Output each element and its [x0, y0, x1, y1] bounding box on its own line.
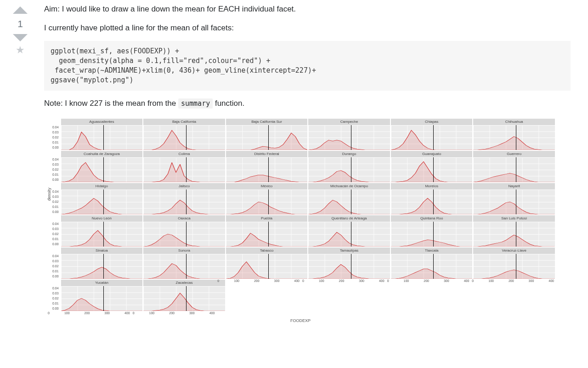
facet-title: Quintana Roo — [391, 215, 473, 222]
facet-panel: Quintana Roo — [391, 215, 473, 247]
facet-panel: Zacatecas — [143, 280, 225, 311]
mean-vline — [268, 157, 269, 182]
facet-title: Tlaxcala — [391, 247, 473, 254]
facet-panel: Nayarit — [473, 183, 555, 214]
x-ticks: 0100200300400 — [47, 311, 131, 315]
y-ticks: 0.040.030.020.010.00 — [52, 247, 60, 279]
summary-code-inline: summary — [178, 98, 213, 109]
facet-panel: Hidalgo — [61, 183, 143, 214]
x-ticks: 0100200300400 — [216, 279, 300, 282]
mean-vline — [103, 222, 104, 247]
facet-panel: Colima — [143, 151, 225, 182]
mean-vline — [351, 125, 351, 150]
facet-title: Querétaro de Arteaga — [308, 215, 390, 222]
facet-panel: Oaxaca — [143, 215, 225, 247]
facet-panel: México — [226, 183, 308, 214]
mean-vline — [433, 190, 434, 214]
facet-title: Campeche — [308, 119, 390, 125]
downvote-button[interactable] — [13, 34, 28, 41]
facet-title: Morelos — [391, 183, 473, 190]
y-ticks: 0.040.030.020.010.00 — [52, 119, 60, 150]
facet-title: Guanajuato — [391, 151, 473, 157]
facet-title: Guerrero — [473, 151, 555, 157]
y-ticks: 0.040.030.020.010.00 — [52, 215, 60, 247]
facet-title: Sonora — [143, 247, 225, 254]
facet-title: Durango — [308, 151, 390, 157]
facet-title: Chiapas — [391, 119, 473, 125]
facet-title: San Luis Potosí — [473, 215, 555, 222]
facet-panel: Baja California — [143, 119, 225, 150]
facet-title: Nayarit — [473, 183, 555, 190]
mean-vline — [516, 190, 516, 214]
facet-panel: Coahuila de Zaragoza — [61, 151, 143, 182]
mean-vline — [186, 254, 187, 279]
facet-panel: Querétaro de Arteaga — [308, 215, 390, 247]
mean-vline — [103, 286, 104, 311]
y-axis-label: density — [46, 187, 52, 202]
facet-panel: Campeche — [308, 119, 390, 150]
facet-title: Hidalgo — [61, 183, 143, 190]
facet-title: Tabasco — [226, 247, 308, 254]
facet-title: Coahuila de Zaragoza — [61, 151, 143, 157]
x-ticks: 0100200300400 — [301, 279, 385, 282]
mean-vline — [268, 190, 269, 214]
mean-vline — [433, 125, 434, 150]
mean-vline — [433, 222, 434, 247]
facet-panel: Chiapas — [391, 119, 473, 150]
facet-title: Puebla — [226, 215, 308, 222]
facet-panel: Guerrero — [473, 151, 555, 182]
facet-panel: Sinaloa — [61, 247, 143, 279]
facet-title: Chihuahua — [473, 119, 555, 125]
facet-panel: Michoacán de Ocampo — [308, 183, 390, 214]
mean-vline — [433, 254, 434, 279]
facet-panel: Guanajuato — [391, 151, 473, 182]
facet-panel: Morelos — [391, 183, 473, 214]
facet-panel: Yucatán — [61, 280, 143, 311]
facet-title: Veracruz-Llave — [473, 247, 555, 254]
facet-title: Aguascalientes — [61, 119, 143, 125]
mean-vline — [103, 157, 104, 182]
facet-title: Sinaloa — [61, 247, 143, 254]
facet-panel: San Luis Potosí — [473, 215, 555, 247]
mean-vline — [186, 286, 187, 311]
facet-plot-image: density 0.040.030.020.010.00Aguascalient… — [44, 117, 559, 325]
y-ticks: 0.040.030.020.010.00 — [52, 151, 60, 182]
note-prefix: Note: I know 227 is the mean from the — [44, 99, 178, 108]
mean-vline — [103, 125, 104, 150]
facet-title: Baja California — [143, 119, 225, 125]
mean-vline — [433, 157, 434, 182]
code-block[interactable]: ggplot(mexi_sf, aes(FOODEXP)) + geom_den… — [44, 41, 571, 91]
mean-vline — [351, 157, 351, 182]
facet-title: Baja California Sur — [226, 119, 308, 125]
facet-title: Oaxaca — [143, 215, 225, 222]
facet-title: Zacatecas — [143, 280, 225, 286]
mean-vline — [516, 125, 516, 150]
vote-column: 1 ★ — [7, 4, 33, 325]
post-layout: 1 ★ Aim: I would like to draw a line dow… — [0, 0, 588, 325]
mean-vline — [268, 222, 269, 247]
facet-title: Tamaulipas — [308, 247, 390, 254]
facet-title: Jalisco — [143, 183, 225, 190]
y-ticks: 0.040.030.020.010.00 — [52, 280, 60, 311]
note-text: Note: I know 227 is the mean from the su… — [44, 98, 571, 109]
facet-panel: Aguascalientes — [61, 119, 143, 150]
upvote-button[interactable] — [13, 6, 28, 14]
mean-vline — [268, 125, 269, 150]
note-suffix: function. — [213, 99, 244, 108]
mean-vline — [351, 222, 351, 247]
x-axis-label: FOODEXP — [46, 318, 555, 323]
vote-count: 1 — [17, 17, 23, 30]
favorite-button[interactable]: ★ — [16, 45, 25, 55]
facet-panel: Tamaulipas — [308, 247, 390, 279]
facet-panel: Tabasco — [226, 247, 308, 279]
facet-title: Yucatán — [61, 280, 143, 286]
facet-title: Distrito Federal — [226, 151, 308, 157]
facet-panel: Veracruz-Llave — [473, 247, 555, 279]
mean-vline — [268, 254, 269, 279]
x-ticks: 0100200300400 — [386, 279, 470, 282]
intro-text: I currently have plotted a line for the … — [44, 23, 571, 34]
facet-panel: Nuevo León — [61, 215, 143, 247]
x-ticks: 0100200300400 — [132, 311, 216, 315]
facet-panel: Distrito Federal — [226, 151, 308, 182]
mean-vline — [186, 222, 187, 247]
